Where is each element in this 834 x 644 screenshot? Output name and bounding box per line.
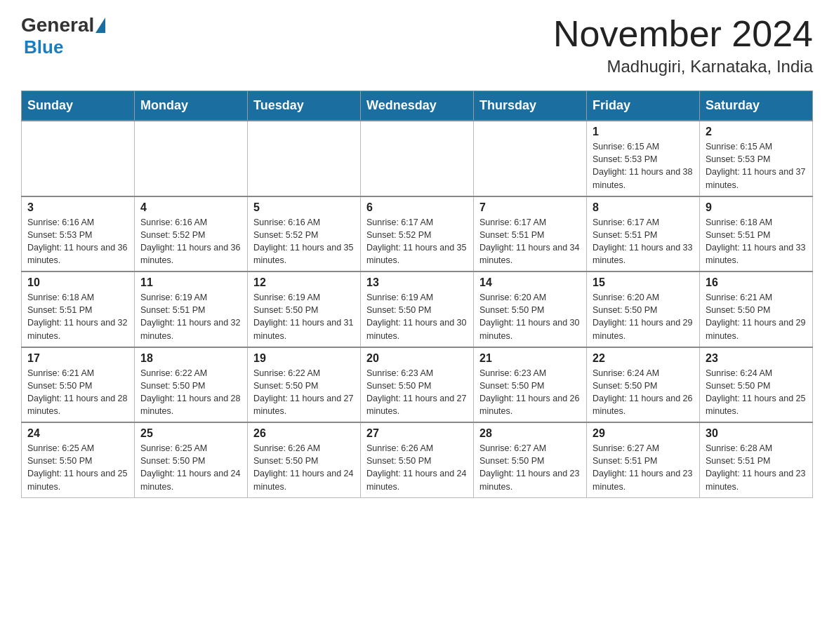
title-block: November 2024 Madhugiri, Karnataka, Indi… [553, 14, 813, 76]
col-monday: Monday [135, 91, 248, 121]
calendar-cell: 17Sunrise: 6:21 AM Sunset: 5:50 PM Dayli… [22, 347, 135, 423]
calendar-cell: 2Sunrise: 6:15 AM Sunset: 5:53 PM Daylig… [700, 121, 813, 196]
calendar-cell: 13Sunrise: 6:19 AM Sunset: 5:50 PM Dayli… [361, 271, 474, 347]
day-number: 7 [479, 201, 581, 214]
calendar-cell: 19Sunrise: 6:22 AM Sunset: 5:50 PM Dayli… [248, 347, 361, 423]
day-info: Sunrise: 6:27 AM Sunset: 5:50 PM Dayligh… [479, 442, 581, 493]
day-info: Sunrise: 6:20 AM Sunset: 5:50 PM Dayligh… [593, 291, 694, 342]
logo: General Blue [21, 14, 105, 58]
day-info: Sunrise: 6:17 AM Sunset: 5:51 PM Dayligh… [593, 216, 694, 267]
calendar-cell: 6Sunrise: 6:17 AM Sunset: 5:52 PM Daylig… [361, 196, 474, 272]
calendar-cell: 22Sunrise: 6:24 AM Sunset: 5:50 PM Dayli… [587, 347, 700, 423]
calendar-cell: 5Sunrise: 6:16 AM Sunset: 5:52 PM Daylig… [248, 196, 361, 272]
calendar-cell: 20Sunrise: 6:23 AM Sunset: 5:50 PM Dayli… [361, 347, 474, 423]
calendar-table: Sunday Monday Tuesday Wednesday Thursday… [21, 90, 813, 498]
calendar-cell: 18Sunrise: 6:22 AM Sunset: 5:50 PM Dayli… [135, 347, 248, 423]
day-number: 14 [479, 276, 581, 289]
calendar-header-row: Sunday Monday Tuesday Wednesday Thursday… [22, 91, 813, 121]
day-number: 18 [140, 352, 241, 365]
day-number: 4 [140, 201, 241, 214]
day-number: 29 [593, 427, 694, 440]
col-thursday: Thursday [474, 91, 587, 121]
day-number: 15 [593, 276, 694, 289]
col-sunday: Sunday [22, 91, 135, 121]
calendar-cell: 9Sunrise: 6:18 AM Sunset: 5:51 PM Daylig… [700, 196, 813, 272]
calendar-cell [135, 121, 248, 196]
day-info: Sunrise: 6:18 AM Sunset: 5:51 PM Dayligh… [706, 216, 807, 267]
day-info: Sunrise: 6:15 AM Sunset: 5:53 PM Dayligh… [593, 140, 694, 192]
day-number: 28 [479, 427, 581, 440]
day-info: Sunrise: 6:19 AM Sunset: 5:51 PM Dayligh… [140, 291, 241, 342]
day-info: Sunrise: 6:23 AM Sunset: 5:50 PM Dayligh… [366, 367, 468, 418]
day-number: 5 [253, 201, 355, 214]
col-wednesday: Wednesday [361, 91, 474, 121]
calendar-cell: 7Sunrise: 6:17 AM Sunset: 5:51 PM Daylig… [474, 196, 587, 272]
day-info: Sunrise: 6:18 AM Sunset: 5:51 PM Dayligh… [27, 291, 128, 342]
day-info: Sunrise: 6:24 AM Sunset: 5:50 PM Dayligh… [706, 367, 807, 418]
day-number: 24 [27, 427, 128, 440]
day-number: 17 [27, 352, 128, 365]
calendar-cell: 14Sunrise: 6:20 AM Sunset: 5:50 PM Dayli… [474, 271, 587, 347]
day-info: Sunrise: 6:20 AM Sunset: 5:50 PM Dayligh… [479, 291, 581, 342]
logo-triangle-icon [95, 18, 105, 33]
calendar-cell: 8Sunrise: 6:17 AM Sunset: 5:51 PM Daylig… [587, 196, 700, 272]
calendar-week-2: 3Sunrise: 6:16 AM Sunset: 5:53 PM Daylig… [22, 196, 813, 272]
day-info: Sunrise: 6:26 AM Sunset: 5:50 PM Dayligh… [366, 442, 468, 493]
calendar-cell: 15Sunrise: 6:20 AM Sunset: 5:50 PM Dayli… [587, 271, 700, 347]
page-header: General Blue November 2024 Madhugiri, Ka… [21, 14, 813, 76]
day-number: 16 [706, 276, 807, 289]
day-number: 25 [140, 427, 241, 440]
day-info: Sunrise: 6:22 AM Sunset: 5:50 PM Dayligh… [140, 367, 241, 418]
day-info: Sunrise: 6:28 AM Sunset: 5:51 PM Dayligh… [706, 442, 807, 493]
day-info: Sunrise: 6:19 AM Sunset: 5:50 PM Dayligh… [253, 291, 355, 342]
calendar-cell [22, 121, 135, 196]
calendar-cell: 26Sunrise: 6:26 AM Sunset: 5:50 PM Dayli… [248, 422, 361, 497]
calendar-cell [474, 121, 587, 196]
day-info: Sunrise: 6:25 AM Sunset: 5:50 PM Dayligh… [27, 442, 128, 493]
day-number: 13 [366, 276, 468, 289]
day-info: Sunrise: 6:17 AM Sunset: 5:52 PM Dayligh… [366, 216, 468, 267]
day-info: Sunrise: 6:27 AM Sunset: 5:51 PM Dayligh… [593, 442, 694, 493]
calendar-cell: 23Sunrise: 6:24 AM Sunset: 5:50 PM Dayli… [700, 347, 813, 423]
month-year-title: November 2024 [553, 14, 813, 54]
col-saturday: Saturday [700, 91, 813, 121]
day-number: 20 [366, 352, 468, 365]
day-number: 12 [253, 276, 355, 289]
day-info: Sunrise: 6:23 AM Sunset: 5:50 PM Dayligh… [479, 367, 581, 418]
calendar-cell: 10Sunrise: 6:18 AM Sunset: 5:51 PM Dayli… [22, 271, 135, 347]
day-info: Sunrise: 6:21 AM Sunset: 5:50 PM Dayligh… [706, 291, 807, 342]
day-info: Sunrise: 6:16 AM Sunset: 5:52 PM Dayligh… [140, 216, 241, 267]
day-info: Sunrise: 6:25 AM Sunset: 5:50 PM Dayligh… [140, 442, 241, 493]
calendar-cell: 30Sunrise: 6:28 AM Sunset: 5:51 PM Dayli… [700, 422, 813, 497]
logo-blue-text: Blue [24, 36, 63, 58]
day-number: 6 [366, 201, 468, 214]
day-number: 3 [27, 201, 128, 214]
calendar-cell: 25Sunrise: 6:25 AM Sunset: 5:50 PM Dayli… [135, 422, 248, 497]
calendar-cell [361, 121, 474, 196]
day-info: Sunrise: 6:21 AM Sunset: 5:50 PM Dayligh… [27, 367, 128, 418]
day-info: Sunrise: 6:24 AM Sunset: 5:50 PM Dayligh… [593, 367, 694, 418]
day-number: 22 [593, 352, 694, 365]
day-number: 11 [140, 276, 241, 289]
day-number: 9 [706, 201, 807, 214]
calendar-cell: 11Sunrise: 6:19 AM Sunset: 5:51 PM Dayli… [135, 271, 248, 347]
calendar-cell: 16Sunrise: 6:21 AM Sunset: 5:50 PM Dayli… [700, 271, 813, 347]
day-info: Sunrise: 6:16 AM Sunset: 5:53 PM Dayligh… [27, 216, 128, 267]
day-number: 26 [253, 427, 355, 440]
day-info: Sunrise: 6:22 AM Sunset: 5:50 PM Dayligh… [253, 367, 355, 418]
col-tuesday: Tuesday [248, 91, 361, 121]
day-number: 23 [706, 352, 807, 365]
day-number: 30 [706, 427, 807, 440]
day-number: 8 [593, 201, 694, 214]
day-info: Sunrise: 6:17 AM Sunset: 5:51 PM Dayligh… [479, 216, 581, 267]
day-info: Sunrise: 6:15 AM Sunset: 5:53 PM Dayligh… [706, 140, 807, 192]
calendar-cell: 3Sunrise: 6:16 AM Sunset: 5:53 PM Daylig… [22, 196, 135, 272]
calendar-cell: 4Sunrise: 6:16 AM Sunset: 5:52 PM Daylig… [135, 196, 248, 272]
calendar-week-4: 17Sunrise: 6:21 AM Sunset: 5:50 PM Dayli… [22, 347, 813, 423]
day-info: Sunrise: 6:16 AM Sunset: 5:52 PM Dayligh… [253, 216, 355, 267]
calendar-cell: 28Sunrise: 6:27 AM Sunset: 5:50 PM Dayli… [474, 422, 587, 497]
calendar-cell [248, 121, 361, 196]
calendar-cell: 21Sunrise: 6:23 AM Sunset: 5:50 PM Dayli… [474, 347, 587, 423]
calendar-cell: 27Sunrise: 6:26 AM Sunset: 5:50 PM Dayli… [361, 422, 474, 497]
day-number: 2 [706, 126, 807, 138]
